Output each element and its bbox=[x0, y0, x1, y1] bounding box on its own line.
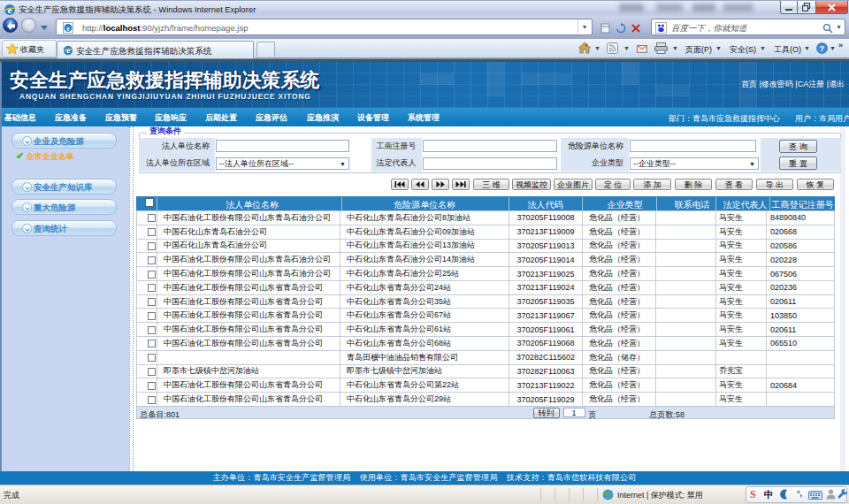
svg-text:e: e bbox=[66, 25, 70, 33]
svg-text:e: e bbox=[8, 4, 12, 15]
svg-text:?: ? bbox=[820, 43, 825, 53]
svg-text:e: e bbox=[66, 46, 70, 55]
